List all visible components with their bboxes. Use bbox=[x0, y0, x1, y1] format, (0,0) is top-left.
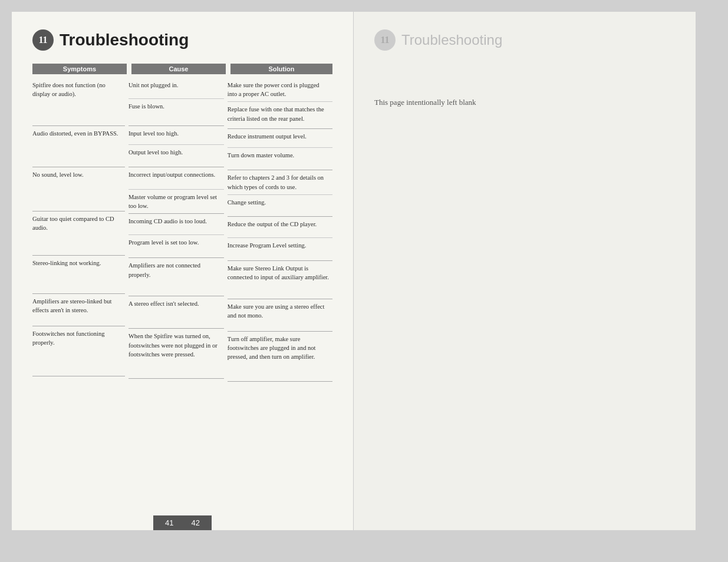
symptoms-column: Spitfire does not function (no display o… bbox=[32, 78, 129, 382]
page-number-box: 41 42 bbox=[153, 515, 212, 530]
symptom-6: Amplifiers are stereo-linked but effects… bbox=[32, 294, 125, 326]
solution-1-1: Make sure the power cord is plugged into… bbox=[228, 78, 332, 102]
symptom-1: Spitfire does not function (no display o… bbox=[32, 78, 125, 126]
page-number-right: 42 bbox=[192, 518, 200, 527]
cause-column: Unit not plugged in. Fuse is blown. Inpu… bbox=[129, 78, 228, 382]
col-cause-header: Cause bbox=[131, 64, 230, 74]
blank-text: This page intentionally left blank bbox=[374, 98, 675, 107]
symptom-5: Stereo-linking not working. bbox=[32, 256, 125, 294]
cause-header: Cause bbox=[131, 64, 226, 74]
solution-header: Solution bbox=[230, 64, 332, 74]
chapter-header-left: 11 Troubleshooting bbox=[32, 29, 332, 51]
cause-5-1: Amplifiers are not connected properly. bbox=[129, 258, 224, 296]
solution-1-2: Replace fuse with one that matches the c… bbox=[228, 102, 332, 129]
table-header: Symptoms Cause Solution bbox=[32, 64, 332, 74]
page-number-left: 41 bbox=[165, 518, 173, 527]
cause-1-2: Fuse is blown. bbox=[129, 99, 224, 126]
cause-4-2: Program level is set too low. bbox=[129, 235, 224, 258]
cause-2-1: Input level too high. bbox=[129, 126, 224, 145]
solution-3-1: Refer to chapters 2 and 3 for details on… bbox=[228, 170, 332, 194]
symptom-2: Audio distorted, even in BYPASS. bbox=[32, 126, 125, 167]
symptom-3: No sound, level low. bbox=[32, 167, 125, 211]
cause-7-1: When the Spitfire was turned on, footswi… bbox=[129, 329, 224, 379]
symptom-4: Guitar too quiet compared to CD audio. bbox=[32, 211, 125, 256]
solution-6-1: Make sure you are using a stereo effect … bbox=[228, 299, 332, 332]
table-rows: Spitfire does not function (no display o… bbox=[32, 78, 332, 382]
book-spread: 11 Troubleshooting Symptoms Cause Soluti… bbox=[12, 12, 716, 530]
cause-2-2: Output level too high. bbox=[129, 145, 224, 167]
solution-7-1: Turn off amplifier, make sure footswitch… bbox=[228, 332, 332, 382]
troubleshooting-table: Symptoms Cause Solution Spitfire does no… bbox=[32, 64, 332, 382]
chapter-number-right: 11 bbox=[374, 29, 396, 51]
page-right: 11 Troubleshooting This page intentional… bbox=[354, 12, 696, 530]
solution-2-1: Reduce instrument output level. bbox=[228, 129, 332, 148]
chapter-header-right: 11 Troubleshooting bbox=[374, 29, 675, 51]
solution-5-1: Make sure Stereo Link Output is connecte… bbox=[228, 261, 332, 299]
page-number-bar-left: 41 42 bbox=[12, 515, 353, 530]
solution-4-1: Reduce the output of the CD player. bbox=[228, 217, 332, 238]
solution-column: Make sure the power cord is plugged into… bbox=[228, 78, 332, 382]
col-solution-header: Solution bbox=[230, 64, 332, 74]
cause-3-1: Incorrect input/output connections. bbox=[129, 167, 224, 190]
col-symptoms-header: Symptoms bbox=[32, 64, 131, 74]
symptoms-header: Symptoms bbox=[32, 64, 127, 74]
solution-2-2: Turn down master volume. bbox=[228, 148, 332, 170]
chapter-number-left: 11 bbox=[32, 29, 54, 51]
cause-1-1: Unit not plugged in. bbox=[129, 78, 224, 99]
chapter-title-left: Troubleshooting bbox=[60, 31, 189, 49]
solution-3-2: Change setting. bbox=[228, 195, 332, 217]
symptom-7: Footswitches not functioning properly. bbox=[32, 326, 125, 376]
cause-6-1: A stereo effect isn't selected. bbox=[129, 296, 224, 329]
chapter-title-right: Troubleshooting bbox=[401, 32, 502, 48]
solution-4-2: Increase Program Level setting. bbox=[228, 238, 332, 261]
page-left: 11 Troubleshooting Symptoms Cause Soluti… bbox=[12, 12, 354, 530]
cause-3-2: Master volume or program level set too l… bbox=[129, 190, 224, 214]
cause-4-1: Incoming CD audio is too loud. bbox=[129, 214, 224, 235]
